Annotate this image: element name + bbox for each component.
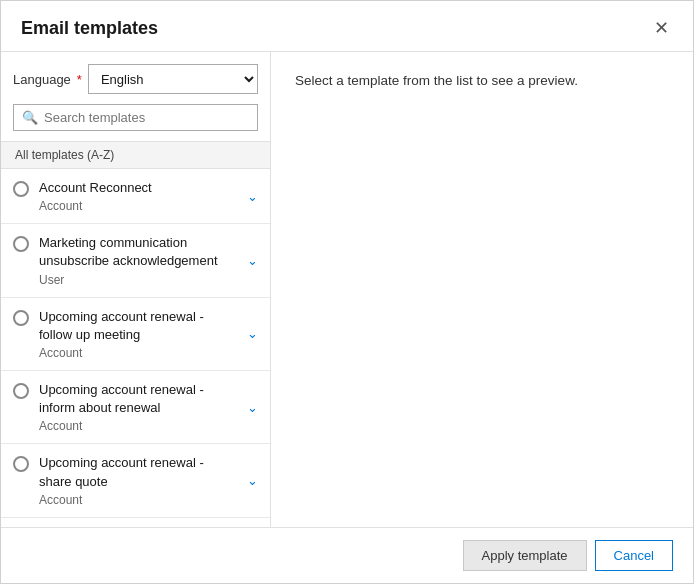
radio-button[interactable]	[13, 383, 29, 399]
list-item[interactable]: Upcoming account renewal - share quote A…	[1, 444, 270, 517]
cancel-button[interactable]: Cancel	[595, 540, 673, 571]
email-templates-dialog: Email templates ✕ Language * English 🔍 A…	[0, 0, 694, 584]
template-category: Account	[39, 199, 239, 213]
template-info: Upcoming account renewal - follow up mee…	[39, 308, 239, 360]
language-label: Language	[13, 72, 71, 87]
chevron-down-icon[interactable]: ⌄	[239, 253, 258, 268]
close-button[interactable]: ✕	[650, 17, 673, 39]
template-info: Upcoming account renewal - inform about …	[39, 381, 239, 433]
right-panel: Select a template from the list to see a…	[271, 52, 693, 527]
list-item[interactable]: Upcoming account renewal - follow up mee…	[1, 298, 270, 371]
chevron-down-icon[interactable]: ⌄	[239, 400, 258, 415]
list-item[interactable]: Account Reconnect Account ⌄	[1, 169, 270, 224]
radio-button[interactable]	[13, 310, 29, 326]
radio-button[interactable]	[13, 456, 29, 472]
template-category: Account	[39, 346, 239, 360]
chevron-down-icon[interactable]: ⌄	[239, 189, 258, 204]
template-category: User	[39, 273, 239, 287]
dialog-header: Email templates ✕	[1, 1, 693, 52]
search-icon: 🔍	[22, 110, 38, 125]
radio-button[interactable]	[13, 236, 29, 252]
chevron-down-icon[interactable]: ⌄	[239, 326, 258, 341]
template-info: Upcoming account renewal - share quote A…	[39, 454, 239, 506]
template-name: Account Reconnect	[39, 179, 239, 197]
dialog-footer: Apply template Cancel	[1, 527, 693, 583]
preview-hint: Select a template from the list to see a…	[295, 73, 578, 88]
list-item[interactable]: Marketing communication unsubscribe ackn…	[1, 224, 270, 297]
template-name: Upcoming account renewal - inform about …	[39, 381, 239, 417]
template-info: Marketing communication unsubscribe ackn…	[39, 234, 239, 286]
section-label: All templates (A-Z)	[1, 141, 270, 169]
language-select[interactable]: English	[88, 64, 258, 94]
list-item[interactable]: Upcoming account renewal - inform about …	[1, 371, 270, 444]
template-category: Account	[39, 419, 239, 433]
search-box: 🔍	[13, 104, 258, 131]
dialog-title: Email templates	[21, 18, 158, 39]
search-input[interactable]	[44, 110, 249, 125]
template-list: Account Reconnect Account ⌄ Marketing co…	[1, 169, 270, 527]
template-category: Account	[39, 493, 239, 507]
radio-button[interactable]	[13, 181, 29, 197]
required-star: *	[77, 72, 82, 87]
dialog-body: Language * English 🔍 All templates (A-Z)…	[1, 52, 693, 527]
apply-template-button[interactable]: Apply template	[463, 540, 587, 571]
language-row: Language * English	[13, 64, 258, 94]
template-info: Account Reconnect Account	[39, 179, 239, 213]
template-name: Marketing communication unsubscribe ackn…	[39, 234, 239, 270]
chevron-down-icon[interactable]: ⌄	[239, 473, 258, 488]
template-name: Upcoming account renewal - follow up mee…	[39, 308, 239, 344]
template-name: Upcoming account renewal - share quote	[39, 454, 239, 490]
left-panel: Language * English 🔍 All templates (A-Z)…	[1, 52, 271, 527]
